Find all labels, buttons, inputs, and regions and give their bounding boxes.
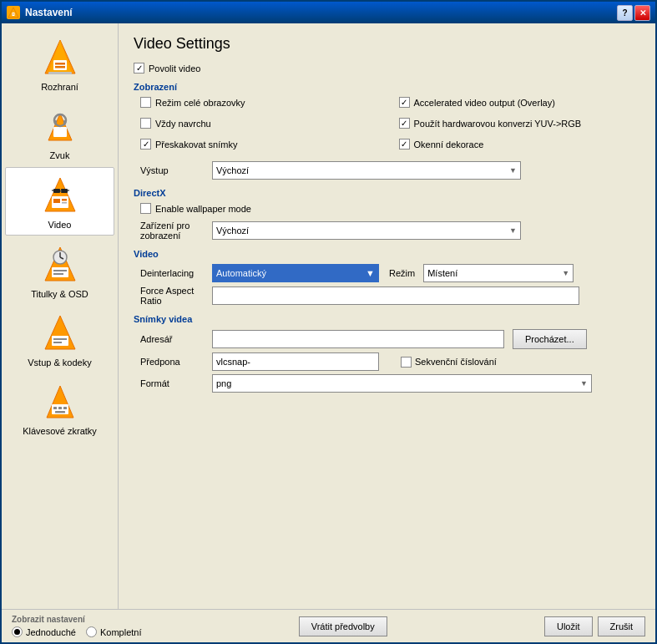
svg-rect-33 <box>53 338 67 340</box>
accelerated-row: Accelerated video output (Overlay) <box>399 97 641 108</box>
svg-rect-32 <box>52 336 68 346</box>
titulky-icon <box>38 242 82 286</box>
svg-rect-12 <box>54 120 57 124</box>
okenni-checkbox[interactable] <box>399 139 410 150</box>
sidebar-item-vstup[interactable]: Vstup & kodeky <box>5 306 114 373</box>
okenni-row: Okenní dekorace <box>399 139 641 150</box>
directx-header: DirectX <box>134 188 640 198</box>
vzdy-navrchu-row: Vždy navrchu <box>140 118 382 129</box>
deinterlacing-row: Deinterlacing Automatický ▼ Režim Místen… <box>140 264 640 282</box>
sidebar-item-titulky-label: Titulky & OSD <box>31 289 88 299</box>
vzdy-navrchu-checkbox[interactable] <box>140 118 151 129</box>
deinterlacing-dropdown[interactable]: Automatický ▼ <box>212 264 379 282</box>
preskakovat-label: Přeskakovat snímky <box>155 139 237 150</box>
titlebar: Nastavení ? ✕ <box>2 2 655 23</box>
format-value: png <box>216 378 231 388</box>
force-aspect-row: Force Aspect Ratio <box>140 286 640 306</box>
jednoduche-radio-item[interactable]: Jednoduché <box>12 626 76 637</box>
kompletni-radio-item[interactable]: Kompletní <box>86 626 142 637</box>
predpona-input[interactable] <box>212 352 379 371</box>
zobrazeni-content: Režim celé obrazovky Vždy navrchu Přeska… <box>134 97 640 180</box>
rezim-label: Režim <box>389 268 415 278</box>
svg-rect-34 <box>53 342 62 343</box>
rozhrani-icon <box>38 35 82 79</box>
wallpaper-row: Enable wallpaper mode <box>140 203 640 214</box>
svg-rect-5 <box>53 60 67 70</box>
vystup-value: Výchozí <box>216 165 249 175</box>
force-aspect-label: Force Aspect Ratio <box>140 286 207 306</box>
sekvencni-checkbox[interactable] <box>401 357 412 368</box>
svg-rect-8 <box>48 72 72 74</box>
sidebar-item-video[interactable]: Video <box>5 167 114 236</box>
svg-rect-25 <box>52 267 68 277</box>
footer: Zobrazit nastavení Jednoduché Kompletní … <box>2 609 655 642</box>
svg-rect-39 <box>63 407 67 409</box>
vratit-button[interactable]: Vrátit předvolby <box>299 616 387 636</box>
zrusit-button[interactable]: Zrušit <box>598 616 646 636</box>
svg-rect-19 <box>53 189 60 193</box>
preskakovat-checkbox[interactable] <box>140 139 151 150</box>
zobrazit-label: Zobrazit nastavení <box>12 615 141 624</box>
sekvencni-label: Sekvenční číslování <box>415 357 497 367</box>
titlebar-buttons: ? ✕ <box>617 5 650 21</box>
adresar-input[interactable] <box>212 330 504 348</box>
format-arrow: ▼ <box>580 379 588 388</box>
svg-rect-37 <box>53 407 57 409</box>
content-area: Rozhraní Zvuk <box>2 23 655 609</box>
rezim-cele-row: Režim celé obrazovky <box>140 97 382 108</box>
hardwarova-row: Použít hardwarovou konverzi YUV->RGB <box>399 118 641 129</box>
ulozit-button[interactable]: Uložit <box>544 616 593 636</box>
zarizeni-dropdown[interactable]: Výchozí ▼ <box>212 221 521 240</box>
povolit-video-label: Povolit video <box>149 63 200 74</box>
rezim-arrow: ▼ <box>562 269 569 277</box>
deinterlacing-arrow: ▼ <box>366 268 375 278</box>
sidebar-item-vstup-label: Vstup & kodeky <box>28 357 91 368</box>
page-title: Video Settings <box>134 35 640 53</box>
rezim-dropdown[interactable]: Místení ▼ <box>423 264 574 282</box>
vystup-arrow: ▼ <box>509 166 517 175</box>
kompletni-radio[interactable] <box>86 626 97 637</box>
format-row: Formát png ▼ <box>140 374 640 393</box>
close-button[interactable]: ✕ <box>634 5 650 21</box>
okenni-label: Okenní dekorace <box>414 139 484 150</box>
vystup-label: Výstup <box>140 165 207 175</box>
prochazet-button[interactable]: Procházet... <box>513 329 587 349</box>
svg-rect-16 <box>53 199 60 203</box>
force-aspect-input[interactable] <box>212 287 579 305</box>
sidebar-item-klavesove-label: Klávesové zkratky <box>23 426 97 436</box>
accelerated-checkbox[interactable] <box>399 97 410 108</box>
wallpaper-checkbox[interactable] <box>140 203 151 214</box>
jednoduche-label: Jednoduché <box>26 627 76 637</box>
video-section-header: Video <box>134 249 640 259</box>
hardwarova-label: Použít hardwarovou konverzi YUV->RGB <box>414 119 582 129</box>
format-dropdown[interactable]: png ▼ <box>212 374 592 393</box>
help-button[interactable]: ? <box>617 5 633 21</box>
hardwarova-checkbox[interactable] <box>399 118 410 129</box>
rezim-cele-label: Režim celé obrazovky <box>155 98 245 108</box>
sidebar-item-rozhrani[interactable]: Rozhraní <box>5 30 114 97</box>
titlebar-left: Nastavení <box>7 6 73 19</box>
adresar-row: Adresář Procházet... <box>140 329 640 349</box>
zarizeni-row: Zařízení pro zobrazení Výchozí ▼ <box>140 221 640 241</box>
jednoduche-radio[interactable] <box>12 626 23 637</box>
video-section-content: Deinterlacing Automatický ▼ Režim Místen… <box>134 264 640 306</box>
predpona-row: Předpona Sekvenční číslování <box>140 352 640 371</box>
sidebar-item-klavesove[interactable]: Klávesové zkratky <box>5 374 114 441</box>
wallpaper-label: Enable wallpaper mode <box>155 204 251 214</box>
svg-rect-27 <box>53 273 63 275</box>
zobrazeni-left-col: Režim celé obrazovky Vždy navrchu Přeska… <box>140 97 382 156</box>
sidebar-item-titulky[interactable]: Titulky & OSD <box>5 237 114 304</box>
sidebar-item-zvuk[interactable]: Zvuk <box>5 99 114 165</box>
rezim-value: Místení <box>427 268 457 278</box>
sidebar-item-zvuk-label: Zvuk <box>50 150 70 160</box>
vystup-dropdown[interactable]: Výchozí ▼ <box>212 161 521 180</box>
rezim-cele-checkbox[interactable] <box>140 97 151 108</box>
svg-rect-26 <box>53 270 67 271</box>
zarizeni-arrow: ▼ <box>509 226 517 235</box>
app-icon <box>7 6 20 19</box>
svg-rect-20 <box>61 189 68 193</box>
video-icon <box>38 173 82 216</box>
svg-rect-6 <box>55 63 65 65</box>
vystup-row: Výstup Výchozí ▼ <box>140 161 640 180</box>
povolit-video-checkbox[interactable] <box>134 63 144 74</box>
